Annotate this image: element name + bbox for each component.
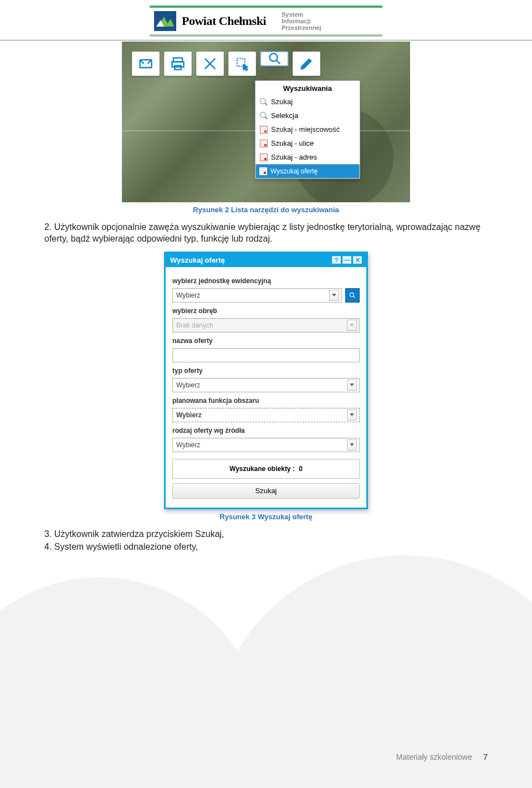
figure2-caption: Rysunek 3 Wyszukaj ofertę <box>164 513 368 521</box>
page-number: 7 <box>483 752 488 761</box>
doc-icon <box>260 126 268 134</box>
header-subtitle: System Informacji Przestrzennej <box>282 11 321 31</box>
svg-point-6 <box>350 293 354 296</box>
chevron-down-icon <box>329 290 339 301</box>
select-obreb: Brak danych <box>172 318 360 332</box>
page-footer: Materiały szkoleniowe 7 <box>396 752 488 761</box>
map-toolbar <box>132 52 320 76</box>
label-obreb: wybierz obręb <box>172 307 360 315</box>
label-typ: typ oferty <box>172 367 360 375</box>
locate-on-map-button[interactable] <box>345 288 360 303</box>
dialog-close-button[interactable]: ✕ <box>353 256 362 264</box>
tool-layers-button[interactable] <box>132 52 160 76</box>
figure1-caption: Rysunek 2 Lista narzędzi do wyszukiwania <box>122 206 410 214</box>
chevron-down-icon <box>347 380 357 391</box>
doc-icon <box>260 153 268 161</box>
doc-icon <box>259 167 267 175</box>
chevron-down-icon <box>347 439 357 451</box>
svg-point-5 <box>270 54 278 62</box>
dropdown-item-ulice[interactable]: Szukaj - ulice <box>255 136 360 150</box>
select-funkcja[interactable]: Wybierz <box>172 408 360 422</box>
chevron-down-icon <box>347 320 357 331</box>
doc-icon <box>260 140 268 147</box>
tool-print-button[interactable] <box>164 52 192 76</box>
select-rodzaj[interactable]: Wybierz <box>172 438 360 452</box>
select-typ[interactable]: Wybierz <box>172 378 360 392</box>
dialog-title: Wyszukaj ofertę <box>170 256 330 264</box>
label-nazwa: nazwa oferty <box>172 337 360 345</box>
select-jednostka[interactable]: Wybierz <box>172 288 342 303</box>
paragraph-2: 2. Użytkownik opcjonalnie zawęża wyszuki… <box>44 222 488 245</box>
dropdown-item-adres[interactable]: Szukaj - adres <box>255 150 360 164</box>
dropdown-title: Wyszukiwania <box>255 81 360 95</box>
tool-search-button[interactable] <box>260 52 288 66</box>
header-divider <box>0 40 532 40</box>
magnifier-icon <box>260 112 268 120</box>
result-count-box: Wyszukane obiekty : 0 <box>172 459 360 479</box>
chevron-down-icon <box>347 410 357 421</box>
magnifier-icon <box>260 98 268 106</box>
county-logo-icon <box>154 11 176 31</box>
dialog-minimize-button[interactable]: — <box>342 256 351 264</box>
dialog-titlebar: Wyszukaj ofertę ? — ✕ <box>166 253 366 267</box>
paragraph-4: 4. System wyświetli odnalezione oferty, <box>44 541 488 553</box>
dropdown-item-oferta[interactable]: Wyszukaj ofertę <box>255 164 360 178</box>
search-button[interactable]: Szukaj <box>172 483 360 499</box>
label-funkcja: planowana funkcja obszaru <box>172 397 360 405</box>
footer-text: Materiały szkoleniowe <box>396 753 472 761</box>
paragraph-3: 3. Użytkownik zatwierdza przyciskiem Szu… <box>44 529 488 540</box>
label-jednostka: wybierz jednostkę ewidencyjną <box>172 277 360 285</box>
dialog-help-button[interactable]: ? <box>332 256 341 264</box>
map-screenshot: Wyszukiwania Szukaj Selekcja Szukaj - mi… <box>122 42 410 202</box>
tool-select-button[interactable] <box>228 52 256 76</box>
dropdown-item-selekcja[interactable]: Selekcja <box>255 109 360 122</box>
tool-draw-button[interactable] <box>196 52 224 76</box>
tool-edit-button[interactable] <box>293 52 320 76</box>
search-offer-dialog: Wyszukaj ofertę ? — ✕ wybierz jednostkę … <box>164 252 368 509</box>
input-nazwa-oferty[interactable] <box>172 348 360 362</box>
dropdown-item-szukaj[interactable]: Szukaj <box>255 95 360 109</box>
label-rodzaj: rodzaj oferty wg źródła <box>172 427 360 434</box>
dropdown-item-miejscowosc[interactable]: Szukaj - miejscowość <box>255 122 360 136</box>
search-dropdown-menu: Wyszukiwania Szukaj Selekcja Szukaj - mi… <box>255 80 360 179</box>
header-banner: Powiat Chełmski System Informacji Przest… <box>150 6 382 37</box>
header-title: Powiat Chełmski <box>182 14 266 28</box>
